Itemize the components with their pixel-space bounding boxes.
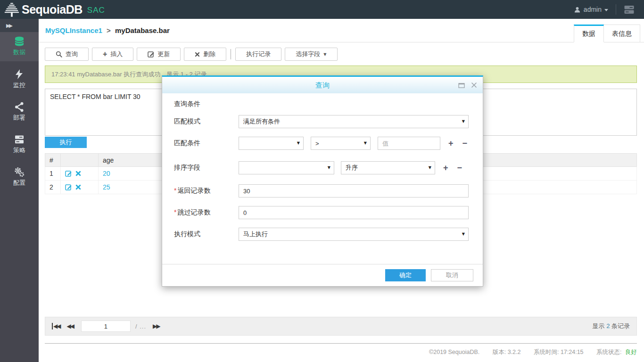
exec-mode-label: 执行模式: [174, 230, 239, 239]
footer-version: 版本: 3.2.2: [493, 349, 521, 355]
delete-button[interactable]: 删除: [184, 48, 226, 61]
limit-input[interactable]: [239, 184, 469, 197]
host-list-icon[interactable]: [624, 5, 635, 14]
toolbar-divider: [231, 49, 231, 59]
insert-button-label: 插入: [110, 50, 123, 58]
history-button[interactable]: 执行记录: [235, 48, 281, 61]
page-number-input[interactable]: [81, 321, 131, 332]
sequoia-tree-icon: [4, 2, 20, 17]
execute-button[interactable]: 执行: [45, 137, 87, 148]
caret-down-icon: ▼: [462, 232, 465, 236]
query-button-label: 查询: [66, 50, 78, 58]
query-button[interactable]: 查询: [45, 48, 89, 61]
remove-condition-icon[interactable]: −: [462, 139, 468, 148]
servers-icon: [0, 134, 39, 145]
sidebar-item-label: 配置: [0, 179, 39, 187]
delete-record-icon[interactable]: [75, 184, 81, 190]
prev-page-icon[interactable]: ◀◀: [66, 323, 73, 329]
required-asterisk: *: [174, 187, 176, 194]
delete-record-icon[interactable]: [75, 171, 81, 176]
next-page-icon[interactable]: ▶▶: [153, 323, 159, 329]
cancel-button[interactable]: 取消: [431, 269, 473, 281]
sidebar-item-label: 监控: [0, 81, 39, 90]
limit-label-text: 返回记录数: [177, 187, 210, 194]
collapse-sidebar-icon[interactable]: ▶▶: [6, 23, 11, 29]
plus-icon: +: [103, 50, 107, 58]
section-query-conditions: 查询条件: [174, 100, 469, 108]
skip-label: *跳过记录数: [174, 208, 239, 217]
breadcrumb-instance-link[interactable]: MySQLInstance1: [45, 26, 102, 34]
match-mode-select[interactable]: 满足所有条件 ▼: [239, 115, 469, 128]
sidebar-item-config[interactable]: 配置: [0, 163, 39, 192]
sidebar-item-monitor[interactable]: 监控: [0, 65, 39, 94]
insert-button[interactable]: + 插入: [92, 48, 133, 61]
tab-table-info[interactable]: 表信息: [604, 25, 640, 42]
edit-icon: [148, 51, 154, 58]
select-fields-label: 选择字段: [296, 50, 320, 58]
exec-mode-select[interactable]: 马上执行 ▼: [239, 228, 469, 241]
skip-label-text: 跳过记录数: [177, 208, 210, 216]
ok-button[interactable]: 确定: [385, 269, 426, 281]
select-fields-button[interactable]: 选择字段 ▼: [285, 48, 337, 61]
edit-record-icon[interactable]: [65, 184, 72, 190]
sidebar-item-strategy[interactable]: 策略: [0, 130, 39, 159]
condition-value-input[interactable]: [378, 137, 440, 150]
query-dialog-title: 查询: [162, 77, 483, 93]
header-strip: MySQLInstance1 > myDatabase.bar 数据 表信息: [39, 19, 644, 42]
edit-record-icon[interactable]: [65, 170, 72, 177]
match-mode-label: 匹配模式: [174, 117, 239, 126]
brand-logo: SequoiaDB SAC: [4, 2, 105, 17]
user-menu[interactable]: admin: [574, 6, 608, 13]
tab-data[interactable]: 数据: [574, 25, 604, 42]
skip-input[interactable]: [239, 206, 469, 219]
brand-name: SequoiaDB: [22, 3, 83, 16]
required-asterisk: *: [174, 208, 176, 216]
sidebar-item-label: 策略: [0, 146, 39, 155]
match-mode-value: 满足所有条件: [243, 117, 280, 126]
x-icon: [195, 52, 200, 57]
share-icon: [0, 101, 39, 113]
add-condition-icon[interactable]: +: [448, 139, 454, 148]
condition-field-select[interactable]: ▼: [239, 137, 304, 150]
caret-down-icon: ▼: [429, 165, 431, 170]
close-icon[interactable]: [471, 82, 477, 88]
gears-icon: [0, 166, 39, 178]
sidebar-item-data[interactable]: 数据: [0, 32, 39, 61]
sidebar-item-deploy[interactable]: 部署: [0, 98, 39, 127]
topbar-divider: [616, 4, 616, 15]
caret-down-icon: ▼: [364, 141, 367, 145]
condition-operator-select[interactable]: > ▼: [311, 137, 371, 150]
sort-order-select[interactable]: 升序 ▼: [341, 161, 435, 174]
chevron-down-icon: [604, 9, 608, 11]
row-index: 2: [45, 181, 61, 194]
caret-down-icon: ▼: [328, 165, 330, 170]
limit-label: *返回记录数: [174, 187, 239, 195]
brand-suffix: SAC: [87, 6, 105, 15]
maximize-icon[interactable]: [458, 82, 465, 88]
row-index: 1: [45, 167, 61, 181]
sidebar-item-label: 数据: [0, 48, 39, 57]
remove-sort-icon[interactable]: −: [457, 164, 462, 172]
footer-system-time: 系统时间: 17:24:15: [534, 349, 584, 355]
footer-status-label: 系统状态:: [596, 349, 621, 355]
user-icon: [574, 6, 581, 13]
history-button-label: 执行记录: [246, 50, 271, 58]
pagination-bar: ◀◀ ◀◀ / ... ▶▶ 显示 2 条记录: [45, 317, 637, 336]
sidebar-collapse-strip: ▶▶: [0, 19, 39, 32]
footer: ©2019 SequoiaDB. 版本: 3.2.2 系统时间: 17:24:1…: [45, 343, 637, 356]
column-header-index: #: [45, 154, 61, 167]
summary-prefix: 显示: [593, 322, 607, 329]
sort-field-select[interactable]: ▼: [239, 161, 334, 174]
delete-button-label: 删除: [203, 50, 215, 58]
query-dialog: 查询 查询条件 匹配模式 满足所有条件 ▼: [162, 75, 483, 287]
match-condition-label: 匹配条件: [174, 139, 239, 148]
sort-order-value: 升序: [346, 164, 358, 172]
first-page-icon[interactable]: ◀◀: [52, 323, 60, 329]
query-dialog-body: 查询条件 匹配模式 满足所有条件 ▼ 匹配条件 ▼ > ▼ + −: [162, 93, 483, 241]
user-name: admin: [584, 6, 602, 13]
update-button[interactable]: 更新: [137, 48, 181, 61]
tab-bar: 数据 表信息: [574, 25, 640, 42]
summary-suffix: 条记录: [610, 322, 630, 329]
query-dialog-header: 查询: [162, 77, 483, 93]
add-sort-icon[interactable]: +: [443, 164, 448, 172]
